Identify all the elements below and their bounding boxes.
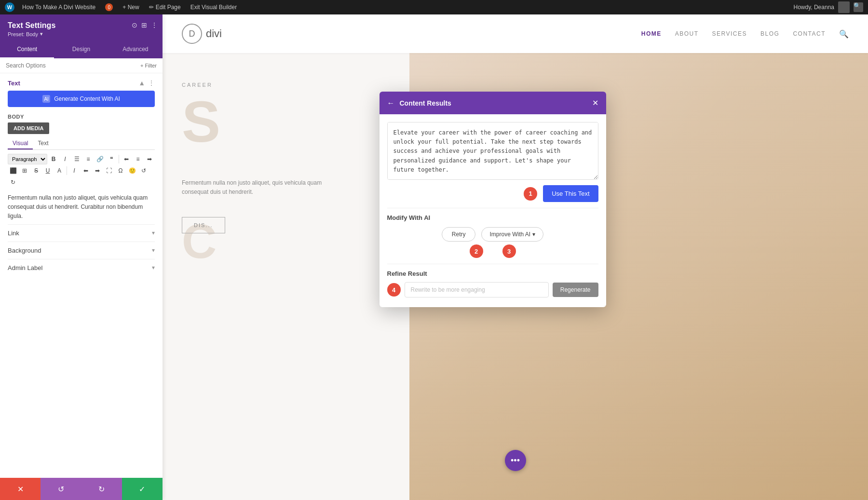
panel-search-bar: + Filter: [0, 58, 163, 73]
modify-buttons: Retry Improve With AI ▾: [387, 227, 598, 242]
italic2-button[interactable]: I: [69, 165, 80, 176]
tab-advanced[interactable]: Advanced: [108, 41, 163, 58]
more-icon[interactable]: ⋮: [151, 21, 158, 29]
link-button[interactable]: 🔗: [95, 154, 105, 164]
omega-button[interactable]: Ω: [115, 165, 126, 176]
use-text-row: 1 Use This Text: [387, 185, 598, 202]
ai-icon: AI: [42, 95, 50, 103]
list-ul-button[interactable]: ☰: [71, 154, 82, 164]
section-collapse-icon[interactable]: ▲: [138, 79, 145, 87]
fullscreen-button[interactable]: ⛶: [104, 165, 114, 176]
strikethrough-button[interactable]: S: [31, 165, 41, 176]
panel-content: Text ▲ ⋮ AI Generate Content With AI Bod…: [0, 73, 163, 483]
link-section-header[interactable]: Link ▾: [8, 230, 155, 237]
generate-ai-button[interactable]: AI Generate Content With AI: [8, 91, 155, 107]
panel-tabs: Content Design Advanced: [0, 41, 163, 58]
admin-label-section-header[interactable]: Admin Label ▾: [8, 264, 155, 271]
badge-1: 1: [524, 187, 537, 201]
comments-link[interactable]: 0: [103, 3, 115, 11]
background-section-header[interactable]: Background ▾: [8, 247, 155, 254]
section-more-icon[interactable]: ⋮: [148, 79, 155, 87]
text-section-header: Text ▲ ⋮: [8, 79, 155, 87]
underline-button[interactable]: U: [42, 165, 53, 176]
layout-icon[interactable]: ⊞: [141, 21, 147, 29]
refine-row: Regenerate: [405, 282, 598, 297]
main-wrapper: Text Settings Preset: Body ▾ ⊙ ⊞ ⋮ Conte…: [0, 14, 868, 500]
result-textarea[interactable]: Elevate your career with the power of ca…: [387, 122, 598, 180]
modal-divider-2: [387, 264, 598, 264]
text-section-title: Text: [8, 80, 20, 87]
modal-back-button[interactable]: ←: [387, 99, 395, 108]
table-button[interactable]: ⊞: [19, 165, 30, 176]
modal-title-area: ← Content Results: [387, 99, 451, 108]
background-chevron-icon: ▾: [152, 247, 155, 254]
editor-tab-text[interactable]: Text: [33, 138, 53, 149]
badge-2: 2: [470, 244, 483, 258]
redo-button[interactable]: ↻: [81, 478, 122, 500]
emoji-button[interactable]: 🙂: [127, 165, 137, 176]
badge-row: 2 3: [387, 244, 598, 258]
editor-toolbar: Paragraph B I ☰ ≡ 🔗 ❝ ⬅ ≡ ➡ ⬛ ⊞ S U A I …: [8, 154, 155, 188]
align-right-button[interactable]: ➡: [144, 154, 155, 164]
editor-tab-visual[interactable]: Visual: [8, 138, 33, 149]
body-label: Body: [8, 114, 155, 120]
outdent-button[interactable]: ➡: [92, 165, 103, 176]
site-name-link[interactable]: How To Make A Divi Website: [20, 4, 97, 11]
regenerate-button[interactable]: Regenerate: [553, 283, 598, 297]
background-section: Background ▾: [8, 242, 155, 259]
filter-button[interactable]: + Filter: [140, 63, 157, 68]
admin-label-section: Admin Label ▾: [8, 259, 155, 276]
align-justify-button[interactable]: ⬛: [8, 165, 18, 176]
modal-divider-1: [387, 208, 598, 208]
link-section: Link ▾: [8, 224, 155, 242]
modal-close-button[interactable]: ✕: [592, 98, 598, 108]
admin-label-label: Admin Label: [8, 264, 42, 271]
link-label: Link: [8, 230, 19, 237]
settings-icon[interactable]: ⊙: [132, 21, 137, 29]
left-panel: Text Settings Preset: Body ▾ ⊙ ⊞ ⋮ Conte…: [0, 14, 163, 500]
retry-button[interactable]: Retry: [442, 227, 476, 242]
add-media-button[interactable]: ADD MEDIA: [8, 122, 49, 134]
search-button[interactable]: 🔍: [854, 2, 863, 12]
bold-button[interactable]: B: [48, 154, 59, 164]
align-center-button[interactable]: ≡: [133, 154, 143, 164]
wp-logo-icon[interactable]: W: [5, 2, 14, 12]
refine-label: Refine Result: [387, 270, 598, 277]
toolbar-separator-2: [67, 166, 67, 175]
admin-bar: W How To Make A Divi Website 0 + New ✏ E…: [0, 0, 868, 14]
refine-badge-row: 4 Regenerate: [387, 282, 598, 297]
badge-3: 3: [502, 244, 516, 258]
redo-editor-button[interactable]: ↻: [8, 177, 18, 188]
search-options-input[interactable]: [6, 62, 136, 69]
cancel-button[interactable]: ✕: [0, 478, 41, 500]
save-button[interactable]: ✓: [122, 478, 163, 500]
modal-header: ← Content Results ✕: [380, 92, 606, 114]
undo-editor-button[interactable]: ↺: [138, 165, 149, 176]
modal-overlay: ← Content Results ✕ Elevate your career …: [163, 14, 868, 500]
quote-button[interactable]: ❝: [106, 154, 117, 164]
modal-body: Elevate your career with the power of ca…: [380, 114, 606, 307]
align-left-button[interactable]: ⬅: [121, 154, 132, 164]
exit-builder-link[interactable]: Exit Visual Builder: [189, 4, 239, 11]
panel-header: Text Settings Preset: Body ▾ ⊙ ⊞ ⋮: [0, 14, 163, 41]
bottom-bar: ✕ ↺ ↻ ✓: [0, 478, 163, 500]
use-text-button[interactable]: Use This Text: [543, 185, 598, 202]
list-ol-button[interactable]: ≡: [83, 154, 94, 164]
refine-input[interactable]: [405, 282, 549, 297]
link-chevron-icon: ▾: [152, 230, 155, 236]
improve-with-ai-button[interactable]: Improve With AI ▾: [481, 227, 543, 242]
panel-preset: Preset: Body ▾: [8, 31, 155, 37]
admin-label-chevron-icon: ▾: [152, 264, 155, 271]
new-link[interactable]: + New: [121, 4, 141, 11]
tab-content[interactable]: Content: [0, 41, 54, 58]
admin-bar-right: Howdy, Deanna 🔍: [794, 1, 864, 13]
edit-page-link[interactable]: ✏ Edit Page: [147, 4, 183, 11]
paragraph-select[interactable]: Paragraph: [8, 154, 47, 164]
font-color-button[interactable]: A: [54, 165, 65, 176]
tab-design[interactable]: Design: [54, 41, 108, 58]
italic-button[interactable]: I: [60, 154, 70, 164]
comments-bubble: 0: [105, 3, 113, 11]
indent-button[interactable]: ⬅: [81, 165, 91, 176]
modal-title: Content Results: [400, 99, 451, 107]
undo-button[interactable]: ↺: [41, 478, 81, 500]
